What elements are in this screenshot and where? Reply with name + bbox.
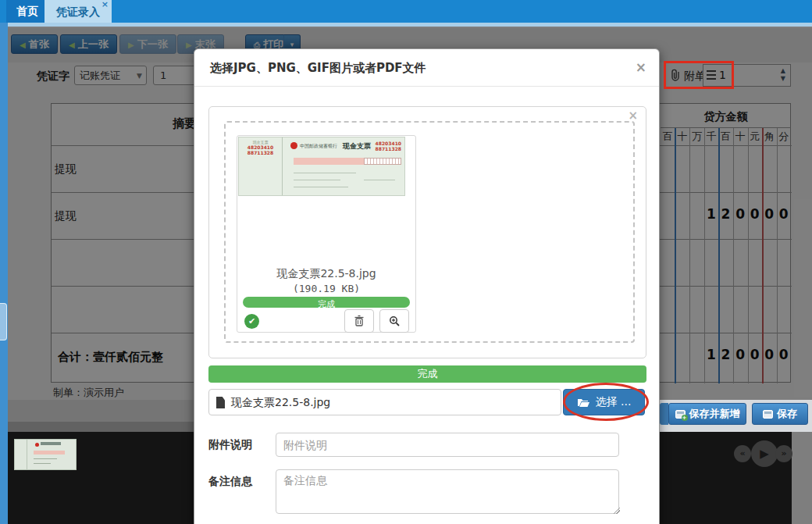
attachment-desc-input[interactable] <box>276 433 619 457</box>
uploaded-file-card: 现金支票 48203410 88711328 中国邮政储蓄银行 现金支票 482… <box>237 135 416 333</box>
bank-name: 中国邮政储蓄银行 <box>300 143 337 150</box>
remark-label: 备注信息 <box>208 475 252 489</box>
cheque-title: 现金支票 <box>343 141 371 151</box>
dialog-header: 选择JPG、PNG、GIF图片或者PDF文件 × <box>194 49 659 87</box>
save-and-new-button[interactable]: + 保存并新增 <box>668 403 746 425</box>
upload-panel: × 现金支票 48203410 88711328 中国邮政储蓄银行 现金支票 <box>208 106 646 358</box>
attachment-desc-label: 附件说明 <box>208 438 252 452</box>
bank-logo-icon <box>35 443 39 447</box>
film-prev-button[interactable]: « <box>734 445 751 462</box>
window-plus-icon: + <box>675 410 686 419</box>
annotation-box-attach-docs <box>664 61 734 89</box>
dialog-title: 选择JPG、PNG、GIF图片或者PDF文件 <box>210 61 426 76</box>
save-button[interactable]: 保存 <box>752 403 808 425</box>
sidebar-collapsed-strip <box>0 23 8 524</box>
hidden-button-sliver[interactable] <box>660 403 668 425</box>
textarea-resize-grip[interactable] <box>613 507 620 514</box>
item-progress-bar: 完成 <box>243 297 410 308</box>
delete-file-button[interactable] <box>344 309 374 333</box>
magnifier-icon <box>389 315 401 327</box>
upload-done-check-icon: ✔ <box>244 314 259 329</box>
file-dropzone[interactable]: 现金支票 48203410 88711328 中国邮政储蓄银行 现金支票 482… <box>224 121 635 343</box>
remark-textarea[interactable] <box>276 469 619 514</box>
save-icon <box>763 410 773 419</box>
film-next-button[interactable]: » <box>775 445 792 462</box>
tab-home[interactable]: 首页 <box>6 0 48 23</box>
selected-file-field[interactable]: 现金支票22.5-8.jpg <box>208 389 561 415</box>
cheque-stub: 现金支票 48203410 88711328 <box>239 137 283 195</box>
sidebar-expand-handle[interactable] <box>0 303 7 340</box>
bank-logo-icon <box>290 142 297 149</box>
film-play-button[interactable]: ▶ <box>751 440 778 467</box>
tab-voucher-label: 凭证录入 <box>56 5 100 18</box>
tab-bar: 首页 凭证录入 × <box>0 0 812 23</box>
tab-voucher-entry[interactable]: 凭证录入 × <box>45 0 112 23</box>
amount-band <box>294 158 365 165</box>
file-icon <box>216 397 225 408</box>
tab-close-icon[interactable]: × <box>102 0 109 9</box>
trash-icon <box>354 315 365 327</box>
uploaded-filesize: (190.19 KB) <box>237 283 415 294</box>
amount-grid <box>364 158 401 165</box>
save-actions-panel: + 保存并新增 保存 <box>660 400 812 432</box>
tab-understrip <box>0 23 812 27</box>
dialog-close-icon[interactable]: × <box>636 59 646 75</box>
attachment-thumbnail[interactable] <box>14 439 77 470</box>
uploaded-filename: 现金支票22.5-8.jpg <box>237 267 415 281</box>
card-footer: ✔ <box>243 309 410 333</box>
voucher-entry-app: 首页 凭证录入 × ◀首张 ◀上一张 ▶下一张 ▶末张 ⎙打印 ▾ 凭证字 记账… <box>0 0 812 524</box>
annotation-circle-select-button <box>563 383 649 421</box>
cheque-preview-image[interactable]: 现金支票 48203410 88711328 中国邮政储蓄银行 现金支票 482… <box>238 137 405 196</box>
cheque-numbers: 4820341088711328 <box>376 141 401 151</box>
zoom-file-button[interactable] <box>379 309 409 333</box>
upload-dialog: 选择JPG、PNG、GIF图片或者PDF文件 × × 现金支票 48203410… <box>194 48 660 524</box>
overall-progress-bar: 完成 <box>208 365 646 383</box>
